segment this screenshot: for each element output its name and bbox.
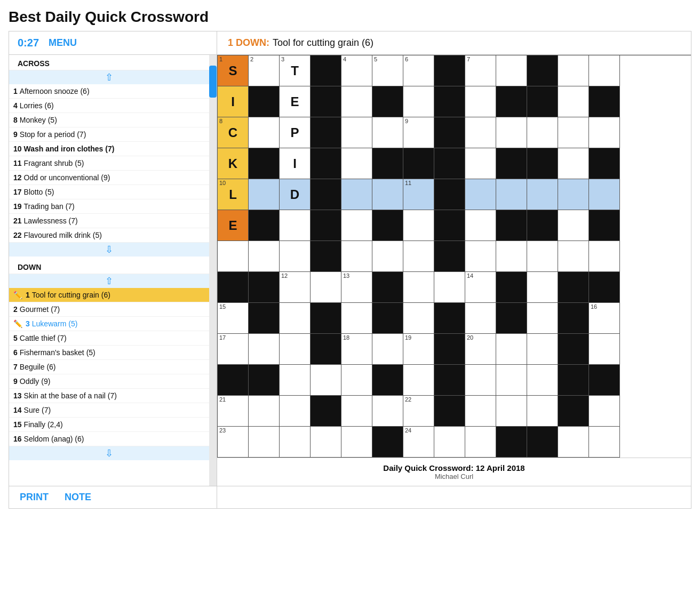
cell-9-9[interactable]	[496, 334, 527, 365]
cell-3-6[interactable]	[403, 148, 434, 179]
cell-4-7[interactable]	[434, 179, 465, 210]
cell-0-11[interactable]	[558, 55, 589, 86]
cell-9-2[interactable]	[280, 334, 311, 365]
cell-0-5[interactable]: 5	[372, 55, 403, 86]
down-clue-13[interactable]: 13 Skin at the base of a nail (7)	[9, 389, 209, 403]
across-clue-12[interactable]: 12 Odd or unconventional (9)	[9, 171, 209, 185]
cell-1-12[interactable]	[589, 86, 620, 117]
cell-8-4[interactable]	[341, 303, 372, 334]
down-scroll-up[interactable]: ⇧	[9, 274, 209, 288]
cell-5-3[interactable]	[311, 210, 341, 241]
cell-9-1[interactable]	[249, 334, 280, 365]
down-clue-3[interactable]: ✏️ 3 Lukewarm (5)	[9, 317, 209, 331]
cell-10-8[interactable]	[465, 365, 496, 396]
down-clue-5[interactable]: 5 Cattle thief (7)	[9, 331, 209, 346]
cell-5-8[interactable]	[465, 210, 496, 241]
cell-11-3[interactable]	[311, 396, 341, 427]
cell-1-4[interactable]	[341, 86, 372, 117]
cell-7-9[interactable]	[496, 272, 527, 303]
cell-9-6[interactable]: 19	[403, 334, 434, 365]
cell-8-1[interactable]	[249, 303, 280, 334]
cell-11-8[interactable]	[465, 396, 496, 427]
cell-10-0[interactable]	[218, 365, 249, 396]
cell-8-10[interactable]	[527, 303, 558, 334]
cell-8-0[interactable]: 15	[218, 303, 249, 334]
cell-8-6[interactable]	[403, 303, 434, 334]
cell-12-8[interactable]	[465, 427, 496, 458]
cell-9-8[interactable]: 20	[465, 334, 496, 365]
cell-2-8[interactable]	[465, 117, 496, 148]
cell-8-7[interactable]	[434, 303, 465, 334]
print-button[interactable]: PRINT	[20, 492, 49, 503]
cell-10-11[interactable]	[558, 365, 589, 396]
cell-2-6[interactable]: 9	[403, 117, 434, 148]
cell-3-1[interactable]	[249, 148, 280, 179]
cell-4-5[interactable]	[372, 179, 403, 210]
cell-1-5[interactable]	[372, 86, 403, 117]
cell-6-11[interactable]	[558, 241, 589, 272]
cell-5-7[interactable]	[434, 210, 465, 241]
cell-6-2[interactable]	[280, 241, 311, 272]
cell-6-5[interactable]	[372, 241, 403, 272]
cell-3-11[interactable]	[558, 148, 589, 179]
down-clue-15[interactable]: 15 Finally (2,4)	[9, 418, 209, 432]
cell-2-11[interactable]	[558, 117, 589, 148]
cell-2-2[interactable]: P	[280, 117, 311, 148]
cell-12-3[interactable]	[311, 427, 341, 458]
across-clue-1[interactable]: 1 Afternoon snooze (6)	[9, 84, 209, 99]
cell-9-4[interactable]: 18	[341, 334, 372, 365]
cell-9-0[interactable]: 17	[218, 334, 249, 365]
menu-button[interactable]: MENU	[49, 37, 77, 49]
cell-0-10[interactable]	[527, 55, 558, 86]
across-clue-19[interactable]: 19 Trading ban (7)	[9, 199, 209, 214]
cell-9-5[interactable]	[372, 334, 403, 365]
cell-6-1[interactable]	[249, 241, 280, 272]
cell-10-1[interactable]	[249, 365, 280, 396]
down-clue-1[interactable]: ✏️ 1 Tool for cutting grain (6)	[9, 288, 209, 302]
cell-11-12[interactable]	[589, 396, 620, 427]
across-clue-11[interactable]: 11 Fragrant shrub (5)	[9, 156, 209, 171]
down-clue-6[interactable]: 6 Fisherman's basket (5)	[9, 346, 209, 360]
cell-4-8[interactable]	[465, 179, 496, 210]
cell-0-0[interactable]: 1S	[218, 55, 249, 86]
cell-4-0[interactable]: 10L	[218, 179, 249, 210]
cell-10-2[interactable]	[280, 365, 311, 396]
cell-1-3[interactable]	[311, 86, 341, 117]
cell-3-7[interactable]	[434, 148, 465, 179]
cell-10-12[interactable]	[589, 365, 620, 396]
cell-6-7[interactable]	[434, 241, 465, 272]
across-scroll-down[interactable]: ⇩	[9, 243, 209, 257]
cell-12-4[interactable]	[341, 427, 372, 458]
cell-1-1[interactable]	[249, 86, 280, 117]
cell-0-9[interactable]	[496, 55, 527, 86]
cell-11-10[interactable]	[527, 396, 558, 427]
cell-11-1[interactable]	[249, 396, 280, 427]
cell-8-5[interactable]	[372, 303, 403, 334]
cell-10-9[interactable]	[496, 365, 527, 396]
cell-7-7[interactable]	[434, 272, 465, 303]
across-clue-21[interactable]: 21 Lawlessness (7)	[9, 214, 209, 228]
cell-2-4[interactable]	[341, 117, 372, 148]
down-clue-9[interactable]: 9 Oddly (9)	[9, 374, 209, 389]
cell-6-0[interactable]	[218, 241, 249, 272]
cell-10-10[interactable]	[527, 365, 558, 396]
down-scroll-down[interactable]: ⇩	[9, 446, 209, 460]
cell-0-1[interactable]: 2	[249, 55, 280, 86]
cell-2-10[interactable]	[527, 117, 558, 148]
cell-2-7[interactable]	[434, 117, 465, 148]
cell-2-3[interactable]	[311, 117, 341, 148]
cell-1-10[interactable]	[527, 86, 558, 117]
cell-5-0[interactable]: E	[218, 210, 249, 241]
cell-6-6[interactable]	[403, 241, 434, 272]
cell-11-7[interactable]	[434, 396, 465, 427]
cell-12-6[interactable]: 24	[403, 427, 434, 458]
cell-7-10[interactable]	[527, 272, 558, 303]
cell-12-7[interactable]	[434, 427, 465, 458]
cell-0-3[interactable]	[311, 55, 341, 86]
cell-8-8[interactable]	[465, 303, 496, 334]
cell-12-0[interactable]: 23	[218, 427, 249, 458]
cell-7-3[interactable]	[311, 272, 341, 303]
cell-4-9[interactable]	[496, 179, 527, 210]
cell-5-5[interactable]	[372, 210, 403, 241]
cell-3-8[interactable]	[465, 148, 496, 179]
